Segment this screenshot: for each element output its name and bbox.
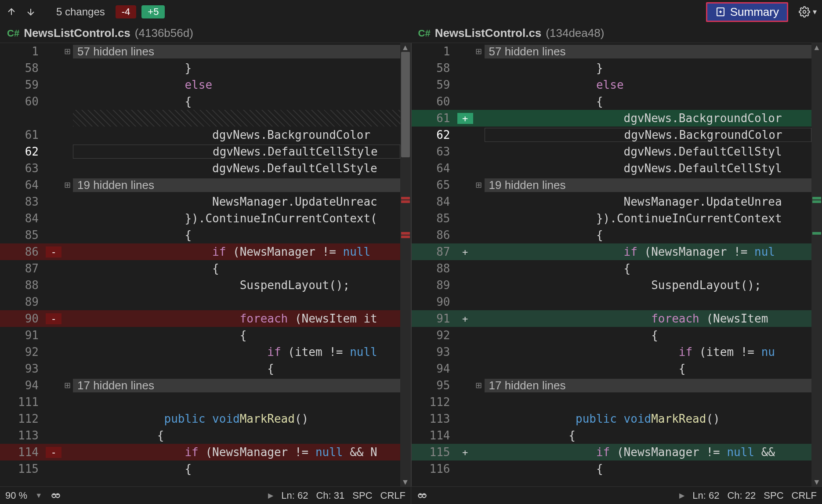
- scroll-up-icon[interactable]: ▲: [400, 43, 411, 52]
- code-line[interactable]: 91+ foreach (NewsItem: [412, 310, 812, 327]
- code-text: {: [485, 95, 812, 108]
- code-line[interactable]: 92 if (item != null: [0, 344, 400, 360]
- code-line[interactable]: 58 }: [412, 60, 812, 76]
- code-line[interactable]: 92 {: [412, 327, 812, 344]
- zoom-level[interactable]: 90 %: [5, 490, 27, 501]
- code-line[interactable]: 94 {: [412, 360, 812, 377]
- code-line[interactable]: 157 hidden lines: [412, 43, 812, 60]
- code-line[interactable]: 88 {: [412, 260, 812, 277]
- code-line[interactable]: 63 dgvNews.DefaultCellStyl: [412, 143, 812, 160]
- code-line[interactable]: 113 {: [0, 427, 400, 444]
- indent-mode[interactable]: SPC: [764, 490, 783, 501]
- diff-marker: [812, 197, 821, 199]
- code-line[interactable]: 58 }: [0, 60, 400, 76]
- right-code-area[interactable]: 157 hidden lines58 }59 else60 {61+ dgvNe…: [412, 43, 812, 486]
- code-line[interactable]: 116 {: [412, 460, 812, 477]
- code-line[interactable]: 84 NewsManager.UpdateUnrea: [412, 193, 812, 210]
- line-number: 60: [412, 95, 457, 108]
- code-line[interactable]: 114- if (NewsManager != null && N: [0, 444, 400, 460]
- code-line[interactable]: 115 {: [0, 460, 400, 477]
- code-line[interactable]: 91 {: [0, 327, 400, 344]
- code-line[interactable]: 9517 hidden lines: [412, 377, 812, 394]
- line-number: 113: [0, 429, 46, 442]
- code-line[interactable]: 83 NewsManager.UpdateUnreac: [0, 193, 400, 210]
- lang-tag-left: C#: [7, 28, 19, 39]
- code-line[interactable]: 90- foreach (NewsItem it: [0, 310, 400, 327]
- code-line[interactable]: 87 {: [0, 260, 400, 277]
- code-line[interactable]: 86 {: [412, 227, 812, 243]
- settings-dropdown[interactable]: ▾: [799, 6, 817, 18]
- code-line[interactable]: 6419 hidden lines: [0, 177, 400, 193]
- next-change-button[interactable]: [25, 6, 37, 18]
- code-line[interactable]: 115+ if (NewsManager != null &&: [412, 444, 812, 460]
- right-pane: 157 hidden lines58 }59 else60 {61+ dgvNe…: [412, 43, 822, 486]
- code-line[interactable]: 93 {: [0, 360, 400, 377]
- indent-mode[interactable]: SPC: [352, 490, 372, 501]
- code-line[interactable]: 59 else: [0, 76, 400, 93]
- code-line[interactable]: 64 dgvNews.DefaultCellStyl: [412, 160, 812, 177]
- code-line[interactable]: 89 SuspendLayout();: [412, 277, 812, 294]
- line-ending[interactable]: CRLF: [792, 490, 817, 501]
- code-line[interactable]: 90: [412, 294, 812, 310]
- code-line[interactable]: 62 dgvNews.DefaultCellStyle: [0, 143, 400, 160]
- summary-button[interactable]: Summary: [706, 2, 788, 22]
- right-scrollbar[interactable]: ▲ ▼: [811, 43, 822, 486]
- play-icon[interactable]: ▶: [268, 491, 273, 500]
- expand-fold-button[interactable]: [473, 180, 485, 190]
- code-line[interactable]: 61 dgvNews.BackgroundColor: [0, 127, 400, 143]
- code-line[interactable]: 59 else: [412, 76, 812, 93]
- expand-fold-button[interactable]: [473, 47, 485, 56]
- cursor-col: Ch: 22: [727, 490, 756, 501]
- code-line[interactable]: 60 {: [0, 93, 400, 110]
- code-line[interactable]: 86- if (NewsManager != null: [0, 243, 400, 260]
- code-line[interactable]: 113 public voidMarkRead(): [412, 410, 812, 427]
- gear-icon: [799, 6, 810, 18]
- code-line[interactable]: 88 SuspendLayout();: [0, 277, 400, 294]
- line-number: 85: [412, 212, 457, 225]
- line-number: 62: [412, 128, 457, 141]
- placeholder-row: [0, 110, 400, 127]
- code-line[interactable]: 157 hidden lines: [0, 43, 400, 60]
- line-number: 112: [0, 412, 46, 425]
- code-text: public voidMarkRead(): [73, 412, 400, 425]
- scroll-down-icon[interactable]: ▼: [811, 478, 822, 486]
- code-line[interactable]: 89: [0, 294, 400, 310]
- code-line[interactable]: 62 dgvNews.BackgroundColor: [412, 127, 812, 143]
- code-line[interactable]: 85 {: [0, 227, 400, 243]
- code-text: }).ContinueInCurrentContext: [485, 212, 812, 225]
- copilot-icon[interactable]: [416, 490, 428, 501]
- line-ending[interactable]: CRLF: [380, 490, 406, 501]
- code-line[interactable]: 111: [0, 394, 400, 410]
- scroll-up-icon[interactable]: ▲: [811, 43, 822, 52]
- expand-fold-button[interactable]: [62, 381, 73, 390]
- code-line[interactable]: 112 public voidMarkRead(): [0, 410, 400, 427]
- play-icon[interactable]: ▶: [679, 491, 684, 500]
- code-text: if (NewsManager != null && N: [73, 446, 400, 459]
- copilot-icon[interactable]: [50, 490, 62, 501]
- code-line[interactable]: 87+ if (NewsManager != nul: [412, 243, 812, 260]
- chevron-down-icon[interactable]: ▼: [35, 492, 42, 500]
- code-text: if (item != null: [73, 345, 400, 359]
- expand-fold-button[interactable]: [473, 381, 485, 390]
- code-line[interactable]: 112: [412, 394, 812, 410]
- code-line[interactable]: 84 }).ContinueInCurrentContext(: [0, 210, 400, 227]
- code-line[interactable]: 60 {: [412, 93, 812, 110]
- scrollbar-thumb[interactable]: [401, 52, 410, 157]
- scroll-down-icon[interactable]: ▼: [400, 478, 411, 486]
- code-line[interactable]: 6519 hidden lines: [412, 177, 812, 193]
- diff-marker-col: +: [457, 247, 473, 257]
- left-code-area[interactable]: 157 hidden lines58 }59 else60 {61 dgvNew…: [0, 43, 400, 486]
- status-left: 90 % ▼ ▶ Ln: 62 Ch: 31 SPC CRLF: [0, 487, 411, 504]
- code-line[interactable]: 63 dgvNews.DefaultCellStyle: [0, 160, 400, 177]
- code-line[interactable]: 61+ dgvNews.BackgroundColor: [412, 110, 812, 127]
- prev-change-button[interactable]: [5, 6, 18, 18]
- code-line[interactable]: 93 if (item != nu: [412, 344, 812, 360]
- left-scrollbar[interactable]: ▲ ▼: [400, 43, 411, 486]
- expand-fold-button[interactable]: [62, 47, 73, 56]
- line-number: 116: [412, 462, 457, 475]
- expand-fold-button[interactable]: [62, 180, 73, 190]
- code-line[interactable]: 9417 hidden lines: [0, 377, 400, 394]
- code-line[interactable]: 114 {: [412, 427, 812, 444]
- line-number: 60: [0, 95, 46, 108]
- code-line[interactable]: 85 }).ContinueInCurrentContext: [412, 210, 812, 227]
